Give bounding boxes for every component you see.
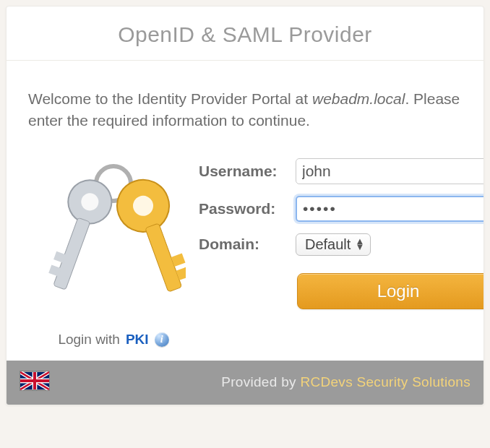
password-label: Password:	[199, 200, 296, 217]
password-input[interactable]	[296, 196, 484, 222]
footer-text: Provided by RCDevs Security Solutions	[221, 374, 470, 390]
footer-prefix: Provided by	[221, 374, 300, 389]
login-form: Login with PKI i Username: Password: Dom…	[28, 155, 462, 348]
welcome-text: Welcome to the Identity Provider Portal …	[28, 88, 462, 132]
login-card: OpenID & SAML Provider Welcome to the Id…	[6, 6, 484, 405]
card-footer: Provided by RCDevs Security Solutions	[7, 361, 483, 405]
info-icon[interactable]: i	[155, 332, 169, 347]
username-label: Username:	[199, 163, 296, 180]
pki-login[interactable]: Login with PKI i	[41, 332, 186, 348]
form-fields: Username: Password: Domain: Default ▲▼	[199, 155, 484, 309]
welcome-host: webadm.local	[312, 90, 405, 107]
domain-row: Domain: Default ▲▼	[199, 233, 484, 256]
welcome-prefix: Welcome to the Identity Provider Portal …	[28, 90, 312, 107]
card-header: OpenID & SAML Provider	[7, 7, 483, 61]
page-title: OpenID & SAML Provider	[18, 22, 472, 47]
footer-brand-link[interactable]: RCDevs Security Solutions	[300, 374, 470, 389]
domain-value: Default	[305, 236, 351, 253]
domain-label: Domain:	[199, 236, 296, 253]
pki-prefix: Login with	[58, 332, 120, 348]
uk-flag-icon[interactable]	[20, 371, 50, 395]
login-button[interactable]: Login	[297, 273, 484, 309]
keys-icon: Login with PKI i	[28, 155, 186, 348]
svg-rect-15	[20, 379, 49, 382]
domain-select[interactable]: Default ▲▼	[296, 233, 371, 256]
chevron-up-down-icon: ▲▼	[355, 238, 364, 250]
username-row: Username:	[199, 158, 484, 184]
pki-link[interactable]: PKI	[126, 332, 149, 348]
card-body: Welcome to the Identity Provider Portal …	[7, 61, 483, 361]
password-row: Password:	[199, 196, 484, 222]
username-input[interactable]	[296, 158, 484, 184]
